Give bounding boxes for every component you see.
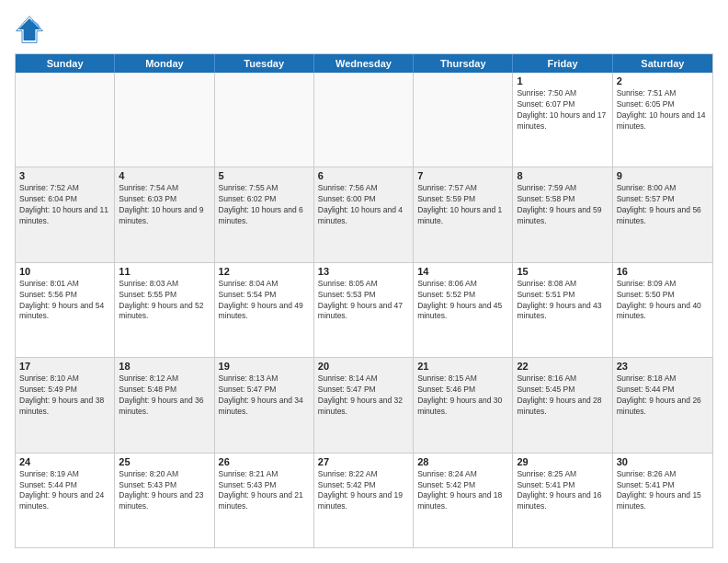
day-number: 14 xyxy=(417,266,508,277)
day-number: 7 xyxy=(417,170,508,181)
day-number: 15 xyxy=(517,266,608,277)
day-cell-18: 18Sunrise: 8:12 AM Sunset: 5:48 PM Dayli… xyxy=(115,358,214,452)
day-number: 24 xyxy=(19,456,110,467)
day-header-sunday: Sunday xyxy=(16,54,115,73)
day-number: 2 xyxy=(617,75,709,86)
empty-cell xyxy=(414,73,513,167)
logo-icon xyxy=(15,15,44,44)
calendar-week-4: 17Sunrise: 8:10 AM Sunset: 5:49 PM Dayli… xyxy=(16,358,712,453)
day-info: Sunrise: 8:21 AM Sunset: 5:43 PM Dayligh… xyxy=(219,469,310,513)
day-info: Sunrise: 7:51 AM Sunset: 6:05 PM Dayligh… xyxy=(617,88,709,132)
day-number: 17 xyxy=(19,361,110,372)
day-header-wednesday: Wednesday xyxy=(314,54,414,73)
day-cell-28: 28Sunrise: 8:24 AM Sunset: 5:42 PM Dayli… xyxy=(414,454,513,547)
empty-cell xyxy=(215,73,314,167)
day-cell-23: 23Sunrise: 8:18 AM Sunset: 5:44 PM Dayli… xyxy=(613,358,712,452)
calendar-header: SundayMondayTuesdayWednesdayThursdayFrid… xyxy=(16,54,712,73)
day-info: Sunrise: 7:57 AM Sunset: 5:59 PM Dayligh… xyxy=(417,183,508,227)
calendar-week-5: 24Sunrise: 8:19 AM Sunset: 5:44 PM Dayli… xyxy=(16,454,712,547)
day-cell-16: 16Sunrise: 8:09 AM Sunset: 5:50 PM Dayli… xyxy=(613,263,712,357)
day-info: Sunrise: 7:50 AM Sunset: 6:07 PM Dayligh… xyxy=(517,88,608,132)
calendar-week-3: 10Sunrise: 8:01 AM Sunset: 5:56 PM Dayli… xyxy=(16,263,712,358)
day-number: 13 xyxy=(318,266,409,277)
day-cell-8: 8Sunrise: 7:59 AM Sunset: 5:58 PM Daylig… xyxy=(513,167,612,261)
day-number: 29 xyxy=(517,456,608,467)
day-info: Sunrise: 8:22 AM Sunset: 5:42 PM Dayligh… xyxy=(318,469,409,513)
day-header-tuesday: Tuesday xyxy=(215,54,314,73)
day-number: 21 xyxy=(417,361,508,372)
day-info: Sunrise: 7:55 AM Sunset: 6:02 PM Dayligh… xyxy=(219,183,310,227)
day-info: Sunrise: 7:54 AM Sunset: 6:03 PM Dayligh… xyxy=(119,183,210,227)
day-info: Sunrise: 8:00 AM Sunset: 5:57 PM Dayligh… xyxy=(617,183,709,227)
empty-cell xyxy=(314,73,414,167)
day-number: 1 xyxy=(517,75,608,86)
day-cell-5: 5Sunrise: 7:55 AM Sunset: 6:02 PM Daylig… xyxy=(215,167,314,261)
day-cell-30: 30Sunrise: 8:26 AM Sunset: 5:41 PM Dayli… xyxy=(613,454,712,547)
day-number: 22 xyxy=(517,361,608,372)
day-info: Sunrise: 8:08 AM Sunset: 5:51 PM Dayligh… xyxy=(517,279,608,323)
day-cell-9: 9Sunrise: 8:00 AM Sunset: 5:57 PM Daylig… xyxy=(613,167,712,261)
day-info: Sunrise: 8:14 AM Sunset: 5:47 PM Dayligh… xyxy=(318,373,409,418)
page: SundayMondayTuesdayWednesdayThursdayFrid… xyxy=(0,0,728,563)
header xyxy=(15,15,713,44)
calendar-body: 1Sunrise: 7:50 AM Sunset: 6:07 PM Daylig… xyxy=(16,73,712,547)
day-number: 30 xyxy=(617,456,709,467)
day-info: Sunrise: 8:04 AM Sunset: 5:54 PM Dayligh… xyxy=(219,279,310,323)
day-header-saturday: Saturday xyxy=(613,54,712,73)
day-cell-14: 14Sunrise: 8:06 AM Sunset: 5:52 PM Dayli… xyxy=(414,263,513,357)
day-header-thursday: Thursday xyxy=(414,54,513,73)
logo xyxy=(15,15,48,44)
day-number: 25 xyxy=(119,456,210,467)
day-info: Sunrise: 8:01 AM Sunset: 5:56 PM Dayligh… xyxy=(19,279,110,323)
day-cell-12: 12Sunrise: 8:04 AM Sunset: 5:54 PM Dayli… xyxy=(215,263,314,357)
day-number: 27 xyxy=(318,456,409,467)
day-number: 5 xyxy=(219,170,310,181)
day-number: 6 xyxy=(318,170,409,181)
day-number: 8 xyxy=(517,170,608,181)
day-cell-29: 29Sunrise: 8:25 AM Sunset: 5:41 PM Dayli… xyxy=(513,454,612,547)
day-cell-17: 17Sunrise: 8:10 AM Sunset: 5:49 PM Dayli… xyxy=(16,358,115,452)
day-info: Sunrise: 8:20 AM Sunset: 5:43 PM Dayligh… xyxy=(119,469,210,513)
day-cell-27: 27Sunrise: 8:22 AM Sunset: 5:42 PM Dayli… xyxy=(314,454,414,547)
day-number: 16 xyxy=(617,266,709,277)
day-cell-15: 15Sunrise: 8:08 AM Sunset: 5:51 PM Dayli… xyxy=(513,263,612,357)
day-number: 18 xyxy=(119,361,210,372)
day-info: Sunrise: 8:09 AM Sunset: 5:50 PM Dayligh… xyxy=(617,279,709,323)
calendar-week-2: 3Sunrise: 7:52 AM Sunset: 6:04 PM Daylig… xyxy=(16,167,712,262)
calendar-week-1: 1Sunrise: 7:50 AM Sunset: 6:07 PM Daylig… xyxy=(16,73,712,167)
day-cell-10: 10Sunrise: 8:01 AM Sunset: 5:56 PM Dayli… xyxy=(16,263,115,357)
day-cell-20: 20Sunrise: 8:14 AM Sunset: 5:47 PM Dayli… xyxy=(314,358,414,452)
day-cell-26: 26Sunrise: 8:21 AM Sunset: 5:43 PM Dayli… xyxy=(215,454,314,547)
day-cell-24: 24Sunrise: 8:19 AM Sunset: 5:44 PM Dayli… xyxy=(16,454,115,547)
day-number: 12 xyxy=(219,266,310,277)
day-cell-1: 1Sunrise: 7:50 AM Sunset: 6:07 PM Daylig… xyxy=(513,73,612,167)
day-cell-4: 4Sunrise: 7:54 AM Sunset: 6:03 PM Daylig… xyxy=(115,167,214,261)
day-number: 9 xyxy=(617,170,709,181)
day-header-monday: Monday xyxy=(115,54,214,73)
day-number: 19 xyxy=(219,361,310,372)
day-info: Sunrise: 8:10 AM Sunset: 5:49 PM Dayligh… xyxy=(19,373,110,418)
day-info: Sunrise: 8:13 AM Sunset: 5:47 PM Dayligh… xyxy=(219,373,310,418)
day-info: Sunrise: 7:59 AM Sunset: 5:58 PM Dayligh… xyxy=(517,183,608,227)
day-number: 4 xyxy=(119,170,210,181)
day-cell-19: 19Sunrise: 8:13 AM Sunset: 5:47 PM Dayli… xyxy=(215,358,314,452)
day-number: 10 xyxy=(19,266,110,277)
empty-cell xyxy=(115,73,214,167)
day-info: Sunrise: 8:12 AM Sunset: 5:48 PM Dayligh… xyxy=(119,373,210,418)
day-info: Sunrise: 8:26 AM Sunset: 5:41 PM Dayligh… xyxy=(617,469,709,513)
day-info: Sunrise: 8:03 AM Sunset: 5:55 PM Dayligh… xyxy=(119,279,210,323)
day-info: Sunrise: 8:18 AM Sunset: 5:44 PM Dayligh… xyxy=(617,373,709,418)
day-cell-3: 3Sunrise: 7:52 AM Sunset: 6:04 PM Daylig… xyxy=(16,167,115,261)
day-info: Sunrise: 8:15 AM Sunset: 5:46 PM Dayligh… xyxy=(417,373,508,418)
day-cell-25: 25Sunrise: 8:20 AM Sunset: 5:43 PM Dayli… xyxy=(115,454,214,547)
day-cell-2: 2Sunrise: 7:51 AM Sunset: 6:05 PM Daylig… xyxy=(613,73,712,167)
day-cell-6: 6Sunrise: 7:56 AM Sunset: 6:00 PM Daylig… xyxy=(314,167,414,261)
day-number: 23 xyxy=(617,361,709,372)
day-number: 11 xyxy=(119,266,210,277)
day-info: Sunrise: 8:05 AM Sunset: 5:53 PM Dayligh… xyxy=(318,279,409,323)
day-number: 20 xyxy=(318,361,409,372)
day-header-friday: Friday xyxy=(513,54,612,73)
empty-cell xyxy=(16,73,115,167)
day-info: Sunrise: 7:56 AM Sunset: 6:00 PM Dayligh… xyxy=(318,183,409,227)
day-cell-21: 21Sunrise: 8:15 AM Sunset: 5:46 PM Dayli… xyxy=(414,358,513,452)
